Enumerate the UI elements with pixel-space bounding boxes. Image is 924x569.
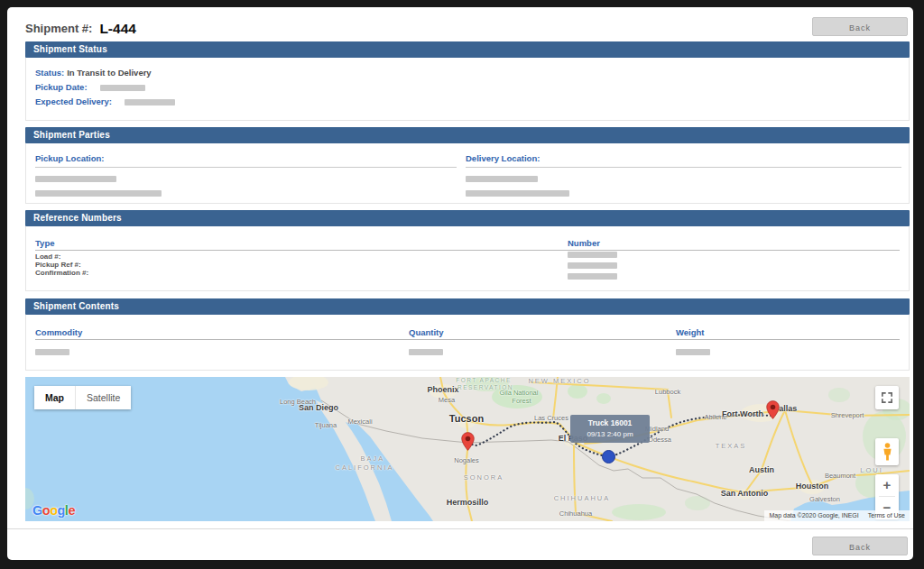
truck-location-marker[interactable] (602, 450, 615, 463)
truck-tooltip: Truck 16001 09/13 2:40 pm (570, 415, 650, 443)
column-header-weight: Weight (676, 327, 705, 337)
map-attribution: Map data ©2020 Google, INEGITerms of Use (764, 510, 910, 521)
column-divider (35, 167, 457, 168)
attribution-text: Map data ©2020 Google, INEGI (769, 512, 858, 519)
back-button-top[interactable]: Back (812, 17, 908, 36)
google-logo-letter: o (42, 503, 50, 518)
reference-type: Confirmation #: (35, 269, 88, 277)
reference-type-list: Load #: Pickup Ref #: Confirmation #: (35, 252, 88, 277)
expected-delivery-label: Expected Delivery: (35, 96, 112, 106)
zoom-in-button[interactable]: + (875, 474, 899, 496)
redacted-pickup-address-bar (35, 190, 162, 197)
redacted-weight-bar (676, 349, 710, 355)
fullscreen-icon (880, 390, 894, 405)
google-logo-letter: e (68, 503, 75, 518)
redacted-reference-number-bar (568, 262, 617, 269)
redacted-pickup-address-bar (35, 176, 116, 182)
column-header-quantity: Quantity (409, 327, 444, 337)
status-row: Status:In Transit to Delivery (26, 58, 909, 80)
tracking-map[interactable]: Long BeachSan DiegoTijuanaMexicaliPhoeni… (25, 377, 910, 521)
street-view-pegman[interactable] (875, 438, 899, 465)
table-header-divider (35, 250, 900, 251)
pickup-location-label: Pickup Location: (35, 153, 105, 163)
section-header-shipment-contents: Shipment Contents (25, 298, 910, 315)
redacted-delivery-address-bar (466, 176, 538, 182)
shipment-number-value: L-444 (99, 21, 136, 36)
section-reference-numbers: Reference Numbers Type Number Load #: Pi… (25, 210, 910, 291)
redacted-quantity-bar (409, 349, 443, 355)
google-logo-letter: G (32, 503, 42, 518)
section-shipment-status: Shipment Status Status:In Transit to Del… (25, 41, 910, 121)
truck-tooltip-title: Truck 16001 (570, 418, 650, 427)
section-header-shipment-parties: Shipment Parties (25, 127, 910, 143)
map-view-button[interactable]: Map (34, 386, 75, 409)
back-button-bottom[interactable]: Back (812, 537, 908, 555)
column-header-commodity: Commodity (35, 327, 82, 337)
fullscreen-button[interactable] (875, 386, 899, 409)
redacted-delivery-address-bar (466, 190, 569, 197)
origin-pin[interactable] (461, 432, 475, 451)
reference-number-list (568, 252, 617, 284)
delivery-location-label: Delivery Location: (466, 153, 540, 163)
status-label: Status: (35, 68, 64, 78)
google-logo-letter: o (50, 503, 57, 518)
reference-type: Load #: (35, 252, 88, 261)
google-logo[interactable]: Google (32, 503, 75, 518)
shipment-detail-page: Shipment #:L-444 Back Shipment Status St… (7, 7, 913, 560)
section-shipment-parties: Shipment Parties Pickup Location: Delive… (25, 127, 910, 204)
shipment-number-label: Shipment #: (25, 22, 92, 35)
pickup-date-label: Pickup Date: (35, 82, 88, 92)
terms-of-use-link[interactable]: Terms of Use (868, 512, 905, 519)
page-title: Shipment #:L-444 (25, 20, 136, 40)
destination-pin[interactable] (766, 400, 780, 419)
redacted-pickup-date-bar (100, 85, 145, 91)
reference-type: Pickup Ref #: (35, 261, 88, 269)
section-header-shipment-status: Shipment Status (25, 41, 910, 58)
truck-tooltip-time: 09/13 2:40 pm (570, 430, 650, 438)
pickup-location-column: Pickup Location: (35, 153, 457, 197)
pegman-icon (882, 442, 893, 462)
expected-delivery-row: Expected Delivery: (26, 95, 909, 109)
pickup-date-row: Pickup Date: (26, 80, 909, 95)
satellite-view-button[interactable]: Satellite (75, 386, 131, 409)
table-header-divider (35, 339, 900, 340)
section-header-reference-numbers: Reference Numbers (25, 210, 910, 226)
map-type-control: Map Satellite (34, 386, 131, 409)
delivery-location-column: Delivery Location: (466, 153, 901, 197)
status-value: In Transit to Delivery (67, 68, 151, 78)
column-header-number: Number (568, 238, 600, 248)
redacted-commodity-bar (35, 349, 69, 355)
redacted-reference-number-bar (568, 273, 617, 280)
redacted-expected-delivery-bar (125, 99, 175, 106)
page-footer: Back (7, 528, 913, 560)
column-header-type: Type (35, 238, 54, 248)
column-divider (466, 167, 901, 168)
google-logo-letter: g (58, 503, 65, 518)
redacted-reference-number-bar (568, 252, 617, 258)
section-shipment-contents: Shipment Contents Commodity Quantity Wei… (25, 298, 910, 371)
